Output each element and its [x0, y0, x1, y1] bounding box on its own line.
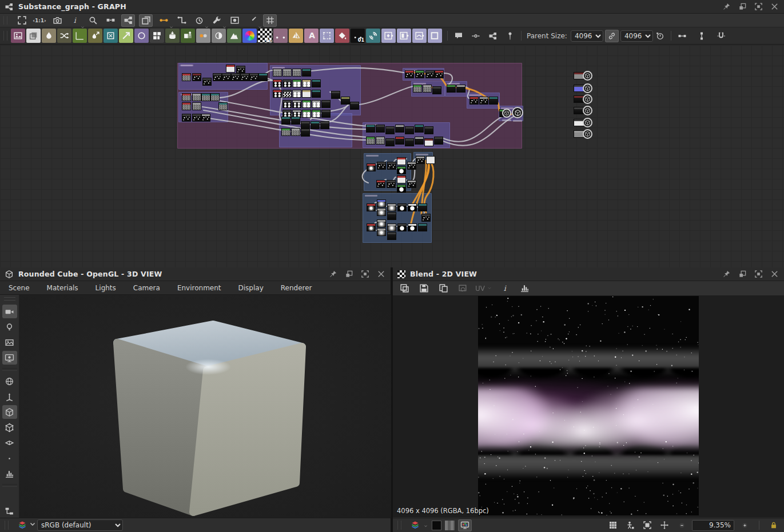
graph-node[interactable] [192, 114, 201, 122]
graph-node[interactable] [302, 100, 311, 108]
plane-mesh-button[interactable] [2, 436, 17, 450]
maximize-button[interactable] [754, 270, 763, 279]
graph-node[interactable] [489, 97, 498, 105]
graph-node[interactable] [312, 110, 321, 118]
link-routing-button[interactable] [174, 14, 188, 27]
graph-node[interactable] [258, 73, 268, 81]
graph-node[interactable] [418, 223, 427, 231]
graph-node[interactable] [302, 69, 311, 77]
graph-node[interactable] [366, 125, 375, 133]
graph-node[interactable] [292, 90, 301, 98]
info-button[interactable]: i [68, 14, 82, 27]
maximize-button[interactable] [361, 270, 370, 279]
fit-image-button[interactable] [640, 519, 654, 531]
parent-size-height-select[interactable]: 4096 [620, 30, 653, 42]
fx-quadrant-node[interactable] [381, 29, 396, 43]
graph-node[interactable] [236, 66, 245, 74]
graph-node[interactable] [377, 162, 386, 170]
graph-node[interactable] [415, 70, 424, 78]
comment-button[interactable] [452, 30, 465, 42]
stats-tool-button[interactable] [2, 467, 17, 481]
menu-environment[interactable]: Environment [169, 284, 230, 292]
fx-empty-node[interactable] [428, 29, 442, 43]
float-button[interactable] [345, 270, 354, 279]
save-image-button[interactable] [417, 282, 431, 295]
graph-node[interactable] [231, 73, 240, 81]
graph-node[interactable] [302, 90, 311, 98]
graph-node[interactable] [408, 223, 417, 231]
turbine-mesh-button[interactable] [2, 451, 17, 465]
graph-node[interactable] [385, 138, 395, 146]
menu-renderer[interactable]: Renderer [272, 284, 321, 292]
graph-node[interactable] [292, 100, 301, 108]
rounded-cube-mesh-button[interactable] [2, 421, 17, 434]
output-roughness-3d-icon[interactable] [583, 94, 592, 104]
spline-node[interactable] [273, 29, 288, 43]
background-pattern-swatch[interactable] [445, 521, 455, 530]
graph-node[interactable] [376, 180, 385, 188]
menu-display[interactable]: Display [230, 284, 272, 292]
graph-node[interactable] [405, 126, 414, 134]
graph-node[interactable] [425, 70, 435, 78]
graph-node[interactable] [292, 79, 301, 87]
background-color-swatch[interactable] [432, 521, 441, 530]
close-button[interactable] [770, 2, 779, 11]
uv-overlay-button[interactable]: UV [475, 285, 492, 293]
levels-node[interactable] [227, 29, 241, 43]
graph-canvas[interactable] [0, 45, 784, 267]
graph-node[interactable] [291, 128, 300, 136]
graph-node[interactable] [367, 223, 376, 231]
graph-node[interactable] [273, 69, 282, 77]
graph-node[interactable] [301, 129, 310, 137]
search-button[interactable] [86, 14, 100, 27]
graph-node[interactable] [320, 121, 329, 129]
display-settings-tool-button[interactable] [2, 351, 17, 365]
height-extrude-node[interactable] [165, 29, 180, 43]
graph-node[interactable] [377, 219, 386, 227]
graph-node[interactable] [302, 79, 311, 87]
graph-node[interactable] [435, 70, 444, 78]
graph-node[interactable] [421, 214, 431, 222]
graph-node[interactable] [192, 93, 201, 101]
toolbar-drag-handle[interactable] [3, 16, 7, 25]
zoom-level-input[interactable] [692, 520, 734, 531]
tools-button[interactable] [210, 14, 224, 27]
fx-gradient-node[interactable] [397, 29, 411, 43]
uv-sphere-mesh-button[interactable] [2, 374, 17, 388]
output-height-3d-icon[interactable] [583, 118, 592, 127]
bottombar-drag-handle[interactable] [5, 521, 9, 530]
graph-node[interactable] [210, 93, 220, 101]
colorspace-layers-icon[interactable] [15, 519, 29, 531]
transformation-node[interactable] [104, 29, 118, 43]
graph-view-mode-button[interactable] [121, 14, 135, 27]
histogram-view-button[interactable] [518, 282, 531, 295]
graph-node[interactable] [397, 223, 407, 231]
graph-node[interactable] [182, 93, 191, 101]
graph-node[interactable] [312, 90, 321, 98]
graph-node[interactable] [376, 125, 385, 133]
grid-toggle-button[interactable] [606, 519, 620, 531]
graph-node[interactable] [367, 203, 376, 211]
graph-node[interactable] [432, 86, 441, 94]
menu-materials[interactable]: Materials [38, 284, 87, 292]
tile-sampler-node[interactable] [150, 29, 164, 43]
graph-node[interactable] [377, 199, 386, 207]
graph-node[interactable] [387, 223, 396, 231]
graph-node[interactable] [456, 85, 465, 93]
snap-grid-button[interactable] [263, 14, 277, 27]
ruler-toggle-button[interactable] [623, 519, 637, 531]
output-ao-3d-icon[interactable] [583, 129, 592, 139]
align-vertical-button[interactable] [695, 30, 709, 42]
graph-node[interactable] [249, 73, 258, 81]
text-node[interactable]: A [304, 29, 319, 43]
close-button[interactable] [770, 270, 779, 279]
parent-size-width-select[interactable]: 4096 [571, 30, 603, 42]
graph-node[interactable] [366, 137, 375, 145]
graph-node[interactable] [405, 70, 414, 78]
graph-node[interactable] [426, 156, 435, 164]
graph-node[interactable] [302, 110, 311, 118]
graph-node[interactable] [282, 69, 292, 77]
compute-time-button[interactable] [192, 14, 206, 27]
menu-scene[interactable]: Scene [0, 284, 38, 292]
dot-node-button[interactable] [469, 30, 483, 42]
